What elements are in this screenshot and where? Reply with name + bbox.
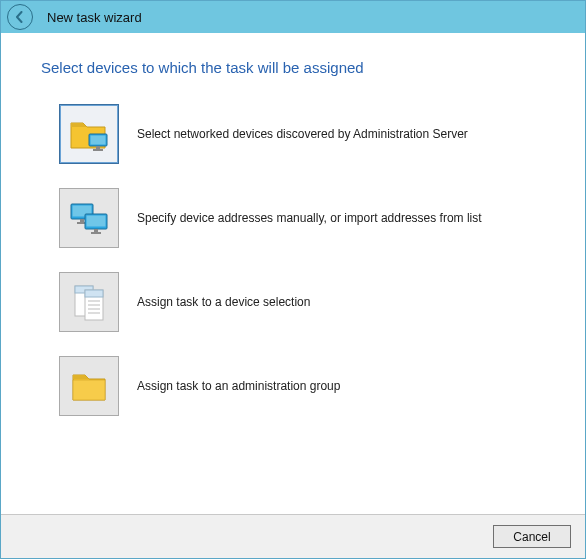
svg-rect-9: [87, 216, 106, 227]
option-manual-addresses[interactable]: Specify device addresses manually, or im…: [59, 188, 557, 248]
option-label: Assign task to an administration group: [137, 379, 340, 393]
option-list: Select networked devices discovered by A…: [41, 104, 557, 416]
svg-rect-11: [91, 232, 101, 234]
cancel-button[interactable]: Cancel: [493, 525, 571, 548]
folder-monitor-icon: [59, 104, 119, 164]
document-list-icon: [59, 272, 119, 332]
option-device-selection[interactable]: Assign task to a device selection: [59, 272, 557, 332]
option-label: Select networked devices discovered by A…: [137, 127, 468, 141]
svg-rect-10: [94, 229, 98, 232]
window-title: New task wizard: [47, 10, 142, 25]
page-heading: Select devices to which the task will be…: [41, 59, 557, 76]
footer: Cancel: [1, 514, 585, 558]
folder-icon: [59, 356, 119, 416]
svg-rect-1: [91, 136, 106, 145]
wizard-window: New task wizard Select devices to which …: [0, 0, 586, 559]
two-monitors-icon: [59, 188, 119, 248]
svg-rect-15: [85, 290, 103, 297]
back-arrow-icon: [14, 11, 26, 23]
content-area: Select devices to which the task will be…: [1, 33, 585, 514]
option-admin-group[interactable]: Assign task to an administration group: [59, 356, 557, 416]
svg-rect-2: [96, 146, 100, 149]
titlebar: New task wizard: [1, 1, 585, 33]
option-label: Assign task to a device selection: [137, 295, 310, 309]
svg-rect-6: [80, 219, 84, 222]
svg-rect-3: [93, 149, 103, 151]
option-networked-devices[interactable]: Select networked devices discovered by A…: [59, 104, 557, 164]
back-button[interactable]: [7, 4, 33, 30]
option-label: Specify device addresses manually, or im…: [137, 211, 482, 225]
